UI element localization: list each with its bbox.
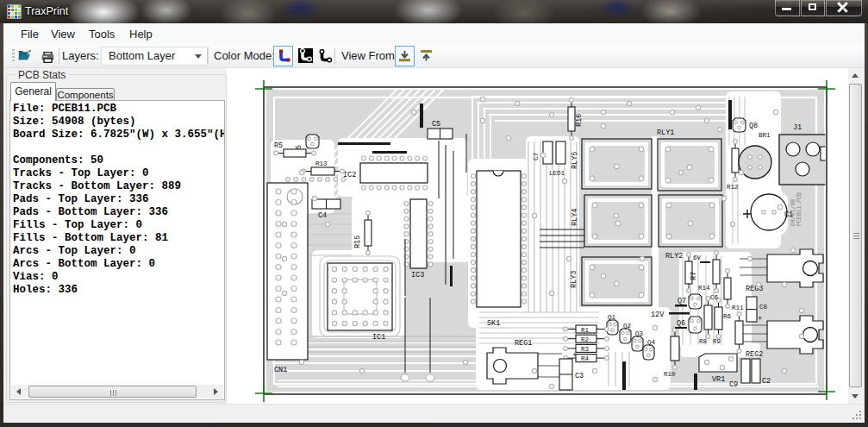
svg-text:C4: C4 bbox=[318, 211, 327, 220]
svg-text:VR1: VR1 bbox=[712, 375, 725, 384]
svg-text:IC2: IC2 bbox=[343, 171, 356, 179]
svg-text:R9: R9 bbox=[713, 338, 721, 345]
svg-text:R8: R8 bbox=[699, 338, 707, 345]
svg-text:C9: C9 bbox=[729, 380, 738, 389]
svg-text:+: + bbox=[572, 351, 577, 360]
svg-text:R2: R2 bbox=[581, 336, 589, 343]
svg-text:RLY3: RLY3 bbox=[570, 271, 578, 288]
svg-text:Q1: Q1 bbox=[608, 314, 616, 321]
svg-text:J1: J1 bbox=[793, 123, 802, 132]
svg-text:R13: R13 bbox=[315, 160, 328, 167]
svg-text:IC1: IC1 bbox=[372, 333, 385, 342]
svg-text:Q4: Q4 bbox=[647, 339, 656, 346]
svg-text:C3: C3 bbox=[575, 372, 584, 380]
svg-text:R12: R12 bbox=[727, 184, 739, 191]
svg-text:IC3: IC3 bbox=[411, 271, 424, 279]
svg-text:R7: R7 bbox=[690, 272, 698, 280]
svg-text:C6: C6 bbox=[710, 294, 719, 301]
svg-text:LED1: LED1 bbox=[549, 170, 565, 177]
svg-text:C7: C7 bbox=[533, 153, 540, 160]
svg-text:Q8: Q8 bbox=[749, 122, 758, 130]
svg-text:R1: R1 bbox=[581, 327, 590, 334]
svg-text:RLY5: RLY5 bbox=[571, 152, 579, 169]
svg-text:RLY2: RLY2 bbox=[665, 252, 683, 261]
svg-text:C2: C2 bbox=[762, 377, 771, 386]
svg-text:6V: 6V bbox=[693, 254, 702, 261]
svg-text:Q3: Q3 bbox=[635, 330, 644, 337]
svg-text:R3: R3 bbox=[581, 346, 590, 353]
svg-text:R16: R16 bbox=[575, 114, 584, 127]
svg-text:C5: C5 bbox=[432, 120, 440, 129]
svg-text:08/01/98: 08/01/98 bbox=[790, 199, 796, 226]
svg-text:R15: R15 bbox=[353, 235, 362, 248]
svg-text:BR1: BR1 bbox=[759, 132, 771, 139]
svg-text:PCEB11.PCB: PCEB11.PCB bbox=[796, 192, 802, 226]
svg-text:C8: C8 bbox=[759, 304, 767, 311]
svg-text:R11: R11 bbox=[732, 305, 744, 311]
svg-text:12V: 12V bbox=[651, 311, 665, 319]
svg-text:SK1: SK1 bbox=[487, 319, 500, 328]
svg-text:Q7: Q7 bbox=[678, 297, 686, 305]
svg-text:R6: R6 bbox=[723, 313, 732, 320]
svg-text:R5: R5 bbox=[274, 141, 283, 150]
svg-text:+: + bbox=[758, 315, 762, 323]
svg-text:CN1: CN1 bbox=[274, 366, 287, 374]
svg-text:Q6: Q6 bbox=[677, 319, 685, 328]
svg-text:RLY4: RLY4 bbox=[571, 209, 579, 226]
svg-text:R10: R10 bbox=[664, 371, 676, 378]
svg-text:Q2: Q2 bbox=[623, 323, 631, 330]
svg-text:REG1: REG1 bbox=[515, 339, 532, 348]
svg-text:R14: R14 bbox=[698, 285, 710, 292]
svg-text:REG2: REG2 bbox=[746, 350, 763, 359]
svg-text:R4: R4 bbox=[581, 355, 590, 362]
svg-text:RLY1: RLY1 bbox=[657, 129, 674, 137]
